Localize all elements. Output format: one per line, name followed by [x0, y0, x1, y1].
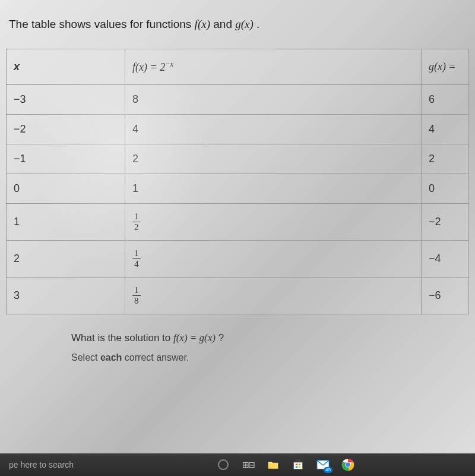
cell-gx: 6	[422, 85, 469, 115]
cell-fx: 1 8	[125, 278, 422, 314]
table-row: 3 1 8 −6	[7, 278, 469, 314]
instruction-text: Select each correct answer.	[71, 352, 469, 363]
prompt-prefix: The table shows values for functions	[9, 18, 195, 30]
header-fx: f(x) = 2−x	[125, 49, 422, 85]
function-table: x f(x) = 2−x g(x) = −3 8 6 −2 4 4 −1 2 2	[6, 49, 469, 314]
table-row: −3 8 6	[7, 85, 469, 115]
svg-point-8	[346, 462, 350, 466]
cell-gx: −6	[422, 278, 469, 314]
svg-rect-2	[299, 464, 300, 465]
cell-x: 0	[7, 174, 125, 204]
cell-x: 1	[7, 204, 125, 241]
prompt-suffix: .	[254, 18, 260, 30]
mail-badge: 45	[324, 467, 332, 473]
taskbar[interactable]: pe here to search ⊞⊟ 45	[0, 453, 475, 476]
svg-rect-4	[299, 466, 300, 468]
cell-fx: 1 4	[125, 241, 422, 278]
cell-fx: 2	[125, 144, 422, 174]
cell-x: 2	[7, 241, 125, 278]
cortana-icon[interactable]	[216, 458, 230, 472]
screen-content: The table shows values for functions f(x…	[0, 0, 475, 476]
cell-gx: 0	[422, 174, 469, 204]
search-box[interactable]: pe here to search	[6, 460, 74, 469]
taskbar-icons: ⊞⊟ 45	[216, 458, 355, 472]
cell-fx: 1	[125, 174, 422, 204]
question-area: What is the solution to f(x) = g(x) ? Se…	[6, 332, 469, 363]
prompt-and: and	[210, 18, 235, 30]
store-icon[interactable]	[291, 458, 305, 472]
svg-rect-0	[293, 462, 302, 469]
cell-x: −2	[7, 115, 125, 144]
table-row: 0 1 0	[7, 174, 469, 204]
header-x: x	[7, 49, 125, 85]
cell-gx: 2	[422, 144, 469, 174]
cell-gx: −2	[422, 204, 469, 241]
cell-x: −3	[7, 85, 125, 115]
question-text: What is the solution to f(x) = g(x) ?	[71, 332, 469, 344]
svg-rect-1	[296, 464, 297, 465]
table-row: −1 2 2	[7, 144, 469, 174]
prompt-g: g(x)	[235, 18, 254, 30]
table-row: 2 1 4 −4	[7, 241, 469, 278]
cell-fx: 1 2	[125, 204, 422, 241]
table-row: −2 4 4	[7, 115, 469, 144]
fraction: 1 8	[132, 286, 141, 305]
table-header-row: x f(x) = 2−x g(x) =	[7, 49, 469, 85]
cell-x: −1	[7, 144, 125, 174]
cell-gx: −4	[422, 241, 469, 278]
svg-rect-3	[296, 466, 297, 468]
taskview-icon[interactable]: ⊞⊟	[241, 458, 255, 472]
prompt-text: The table shows values for functions f(x…	[6, 18, 469, 31]
cell-fx: 4	[125, 115, 422, 144]
header-gx: g(x) =	[422, 49, 469, 85]
mail-icon[interactable]: 45	[316, 458, 330, 472]
prompt-f: f(x)	[195, 18, 210, 30]
cell-x: 3	[7, 278, 125, 314]
fraction: 1 4	[132, 249, 141, 269]
file-explorer-icon[interactable]	[266, 458, 280, 472]
table-row: 1 1 2 −2	[7, 204, 469, 241]
cell-gx: 4	[422, 115, 469, 144]
cell-fx: 8	[125, 85, 422, 115]
fraction: 1 2	[132, 212, 141, 232]
chrome-icon[interactable]	[341, 458, 355, 472]
